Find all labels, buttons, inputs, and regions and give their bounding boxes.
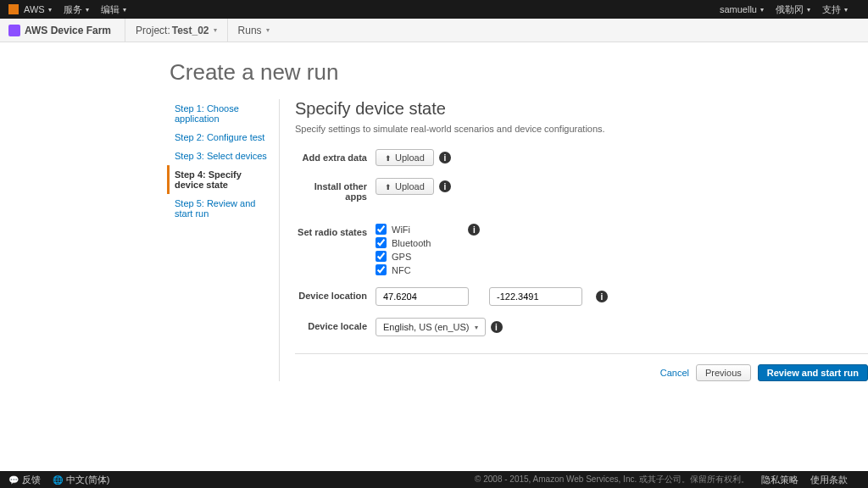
cancel-link[interactable]: Cancel	[660, 368, 689, 378]
nfc-checkbox[interactable]	[376, 264, 387, 275]
step-3[interactable]: Step 3: Select devices	[170, 147, 272, 165]
wifi-label: WiFi	[392, 225, 410, 235]
device-farm-icon	[8, 25, 20, 36]
service-bar: AWS Device Farm Project: Test_02 ▾ Runs▾	[0, 19, 868, 42]
bluetooth-checkbox-row[interactable]: Bluetooth	[376, 237, 431, 248]
radio-states-label: Set radio states	[295, 224, 376, 237]
latitude-input[interactable]	[376, 287, 469, 306]
wifi-checkbox-row[interactable]: WiFi	[376, 224, 431, 235]
step-4[interactable]: Step 4: Specify device state	[167, 165, 272, 194]
wizard-steps: Step 1: Choose application Step 2: Confi…	[170, 99, 280, 381]
step-1[interactable]: Step 1: Choose application	[170, 99, 272, 128]
gps-checkbox[interactable]	[376, 251, 387, 262]
wifi-checkbox[interactable]	[376, 224, 387, 235]
review-start-button[interactable]: Review and start run	[758, 364, 868, 381]
locale-selected-value: English, US (en_US)	[383, 322, 470, 332]
panel-subtitle: Specify settings to simulate real-world …	[295, 124, 868, 134]
service-name[interactable]: AWS Device Farm	[25, 25, 111, 36]
support-menu[interactable]: 支持▾	[822, 3, 848, 16]
longitude-input[interactable]	[489, 287, 582, 306]
bluetooth-checkbox[interactable]	[376, 237, 387, 248]
help-locale-icon[interactable]: i	[491, 321, 503, 333]
panel-heading: Specify device state	[295, 99, 868, 119]
page-title: Create a new run	[170, 59, 868, 86]
upload-icon	[385, 181, 392, 191]
upload-other-apps-button[interactable]: Upload	[376, 178, 434, 195]
bluetooth-label: Bluetooth	[392, 238, 431, 248]
help-location-icon[interactable]: i	[596, 291, 608, 302]
gps-label: GPS	[392, 252, 411, 262]
nfc-label: NFC	[392, 265, 411, 275]
help-install-apps-icon[interactable]: i	[439, 180, 451, 192]
device-location-label: Device location	[295, 287, 376, 301]
user-menu[interactable]: samuellu▾	[720, 4, 764, 14]
step-2[interactable]: Step 2: Configure test	[170, 128, 272, 147]
chevron-down-icon: ▾	[475, 324, 478, 331]
nfc-checkbox-row[interactable]: NFC	[376, 264, 431, 275]
gps-checkbox-row[interactable]: GPS	[376, 251, 431, 262]
aws-menu[interactable]: AWS▾	[24, 4, 52, 14]
step-5[interactable]: Step 5: Review and start run	[170, 194, 272, 223]
runs-breadcrumb[interactable]: Runs▾	[227, 19, 280, 42]
install-other-apps-label: Install other apps	[295, 178, 376, 202]
global-nav: AWS▾ 服务▾ 编辑▾ samuellu▾ 俄勒冈▾ 支持▾	[0, 0, 868, 19]
previous-button[interactable]: Previous	[696, 364, 751, 381]
wizard-actions: Cancel Previous Review and start run	[295, 353, 868, 381]
help-extra-data-icon[interactable]: i	[439, 152, 451, 164]
aws-logo-icon[interactable]	[8, 4, 19, 14]
locale-select[interactable]: English, US (en_US) ▾	[376, 318, 486, 336]
project-breadcrumb[interactable]: Project: Test_02 ▾	[125, 19, 227, 42]
upload-icon	[385, 152, 392, 163]
add-extra-data-label: Add extra data	[295, 149, 376, 163]
upload-extra-data-button[interactable]: Upload	[376, 149, 434, 166]
help-radio-states-icon[interactable]: i	[468, 224, 480, 236]
radio-states-checkboxes: WiFi Bluetooth GPS NFC	[376, 224, 431, 275]
project-name: Test_02	[172, 25, 209, 36]
edit-menu[interactable]: 编辑▾	[101, 3, 126, 16]
device-locale-label: Device locale	[295, 318, 376, 331]
region-menu[interactable]: 俄勒冈▾	[776, 3, 810, 16]
services-menu[interactable]: 服务▾	[64, 3, 89, 16]
project-prefix: Project:	[136, 25, 170, 36]
